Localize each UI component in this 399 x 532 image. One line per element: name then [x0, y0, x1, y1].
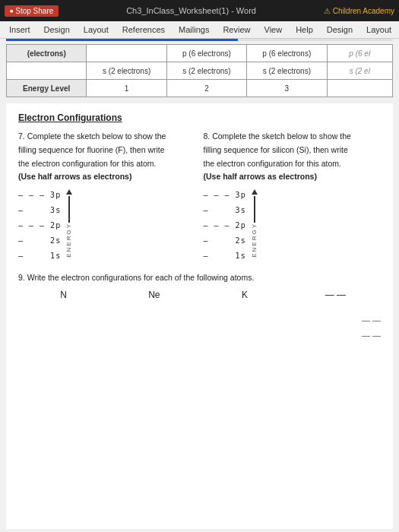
- q7-line3: the electron configuration for this atom…: [18, 158, 196, 170]
- tab-insert[interactable]: Insert: [3, 23, 36, 38]
- tab-design[interactable]: Design: [38, 23, 76, 38]
- section-title: Electron Configurations: [18, 112, 381, 123]
- q8-line3: the electron configuration for this atom…: [204, 158, 382, 170]
- table-row: Energy Level 1 2 3: [7, 80, 392, 97]
- tab-design2[interactable]: Design: [321, 23, 359, 38]
- orbital-3p-left: — — — 3p: [18, 189, 61, 200]
- doc-content: Electron Configurations 7. Complete the …: [6, 103, 393, 529]
- q7-line2: filling sequence for fluorine (F), then …: [18, 144, 196, 157]
- question-8-block: 8. Complete the sketch below to show the…: [204, 131, 382, 262]
- question-7-block: 7. Complete the sketch below to show the…: [18, 131, 196, 262]
- cell-s2-1: s (2 electrons): [87, 62, 166, 79]
- cell-p6-2: p (6 electrons): [247, 45, 327, 62]
- atom-K: K: [200, 290, 290, 300]
- orbital-3s-right: — 3s: [204, 204, 246, 215]
- atom-Ne: Ne: [109, 290, 199, 300]
- cell-s2-4: s (2 el: [328, 62, 393, 79]
- orbital-3p-right: — — — 3p: [204, 189, 246, 200]
- cell-s2-3: s (2 electrons): [247, 62, 327, 79]
- energy-arrow-right: ENERGY: [250, 189, 259, 258]
- q8-line1: 8. Complete the sketch below to show the: [204, 131, 382, 143]
- stop-share-button[interactable]: Stop Share: [5, 5, 59, 17]
- orbital-2p-right: — — — 2p: [204, 220, 246, 230]
- bottom-dashes: — — — —: [18, 315, 381, 340]
- orbital-1s-left: — 1s: [18, 250, 61, 261]
- cell-empty-1: [87, 45, 166, 62]
- ribbon-tabs: Insert Design Layout References Mailings…: [0, 21, 399, 38]
- orbitals-left: — — — 3p — 3s — — — 2p — 2s —: [18, 189, 61, 262]
- tab-references[interactable]: References: [116, 23, 171, 38]
- cell-p6-1: p (6 electrons): [167, 45, 247, 62]
- orbital-3s-left: — 3s: [18, 204, 61, 215]
- tab-mailings[interactable]: Mailings: [173, 23, 215, 38]
- cell-level-2: 2: [167, 80, 247, 97]
- children-academy-label: Children Academy: [324, 7, 394, 15]
- atom-trailing: — —: [290, 290, 381, 300]
- q7-line1: 7. Complete the sketch below to show the: [18, 131, 196, 143]
- cell-energy-level: Energy Level: [7, 80, 87, 97]
- ribbon: Insert Design Layout References Mailings…: [0, 21, 399, 39]
- question-9-block: 9. Write the electron configurations for…: [18, 273, 381, 300]
- q8-line2: filling sequence for silicon (Si), then …: [204, 144, 382, 157]
- cell-level-4: [328, 80, 393, 97]
- arrow-head-right: [252, 189, 258, 195]
- atoms-row: N Ne K — —: [18, 290, 381, 300]
- cell-electrons-label: (electrons): [7, 45, 87, 62]
- taskbar: Stop Share Ch3_InClass_Worksheet(1) - Wo…: [0, 0, 399, 21]
- word-window: Insert Design Layout References Mailings…: [0, 21, 399, 532]
- cell-level-1: 1: [87, 80, 166, 97]
- orbital-2s-left: — 2s: [18, 235, 61, 245]
- table-row: (electrons) p (6 electrons) p (6 electro…: [7, 45, 392, 62]
- energy-diagram-left: — — — 3p — 3s — — — 2p — 2s —: [18, 189, 196, 262]
- energy-arrow-left: ENERGY: [65, 189, 74, 258]
- q8-line4: (Use half arrows as electrons): [204, 171, 382, 183]
- energy-label-right: ENERGY: [250, 223, 259, 258]
- q7-line4: (Use half arrows as electrons): [18, 171, 196, 183]
- tab-layout[interactable]: Layout: [78, 23, 115, 38]
- progress-bar-fill: [6, 39, 238, 41]
- atom-N: N: [18, 290, 109, 300]
- table-row: s (2 electrons) s (2 electrons) s (2 ele…: [7, 62, 392, 80]
- cell-s2-2: s (2 electrons): [167, 62, 247, 79]
- energy-diagram-right: — — — 3p — 3s — — — 2p — 2s —: [204, 189, 382, 262]
- energy-label-left: ENERGY: [65, 223, 74, 258]
- tab-layout2[interactable]: Layout: [360, 23, 397, 38]
- orbital-1s-right: — 1s: [204, 250, 246, 261]
- cell-p6-3: p (6 el: [328, 45, 393, 62]
- cell-level-3: 3: [247, 80, 327, 97]
- arrow-line-left: [68, 196, 70, 223]
- orbitals-right: — — — 3p — 3s — — — 2p — 2s —: [204, 189, 246, 262]
- arrow-line-right: [254, 196, 255, 223]
- electron-table: (electrons) p (6 electrons) p (6 electro…: [6, 44, 393, 97]
- tab-view[interactable]: View: [258, 23, 289, 38]
- window-title: Ch3_InClass_Worksheet(1) - Word: [59, 6, 324, 15]
- tab-review[interactable]: Review: [217, 23, 256, 38]
- question-row-7-8: 7. Complete the sketch below to show the…: [18, 131, 381, 262]
- arrow-head-left: [66, 189, 72, 195]
- progress-bar-area: [6, 39, 393, 41]
- orbital-2s-right: — 2s: [204, 235, 246, 245]
- cell-empty-2: [7, 62, 87, 79]
- tab-help[interactable]: Help: [290, 23, 319, 38]
- orbital-2p-left: — — — 2p: [18, 220, 61, 230]
- q9-text: 9. Write the electron configurations for…: [18, 273, 381, 282]
